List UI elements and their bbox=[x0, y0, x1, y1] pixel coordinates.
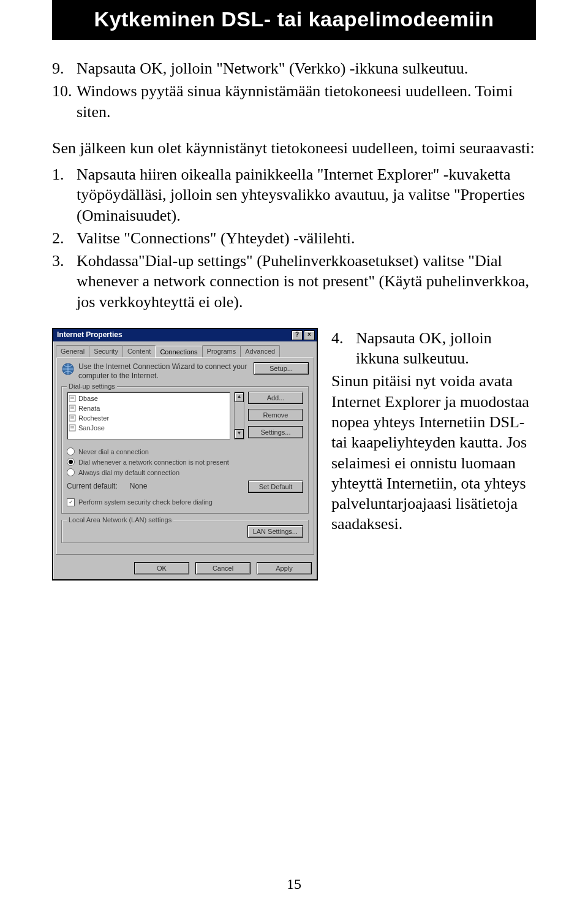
connection-icon bbox=[69, 414, 76, 422]
dialup-list[interactable]: Dbase Renata Rochester SanJose bbox=[67, 392, 230, 440]
checkbox-icon: ✓ bbox=[67, 498, 75, 506]
dialog-title: Internet Properties bbox=[57, 330, 123, 340]
apply-button[interactable]: Apply bbox=[257, 562, 312, 574]
after-restart-intro: Sen jälkeen kun olet käynnistänyt tietok… bbox=[52, 138, 536, 158]
list-item-label: Dbase bbox=[78, 394, 98, 403]
list-item[interactable]: SanJose bbox=[69, 423, 228, 433]
connection-icon bbox=[69, 405, 76, 412]
substep-3: 3. Kohdassa"Dial-up settings" (Puhelinve… bbox=[77, 251, 536, 312]
substep-1: 1. Napsauta hiiren oikealla painikkeella… bbox=[77, 164, 536, 226]
list-item[interactable]: Renata bbox=[69, 403, 228, 413]
settings-button[interactable]: Settings... bbox=[248, 426, 303, 438]
tab-advanced[interactable]: Advanced bbox=[240, 345, 280, 357]
list-item[interactable]: Dbase bbox=[69, 394, 228, 403]
substep-2: 2. Valitse "Connections" (Yhteydet) -väl… bbox=[77, 228, 536, 248]
cancel-button[interactable]: Cancel bbox=[195, 562, 251, 574]
connection-icon bbox=[69, 424, 76, 432]
step-10: 10. Windows pyytää sinua käynnistämään t… bbox=[77, 81, 536, 122]
substep-4-number: 4. bbox=[331, 328, 344, 348]
page-heading-banner: Kytkeminen DSL- tai kaapelimodeemiin bbox=[52, 0, 536, 40]
substep-3-text: Kohdassa"Dial-up settings" (Puhelinverkk… bbox=[77, 252, 529, 311]
step-9: 9. Napsauta OK, jolloin "Network" (Verkk… bbox=[77, 58, 536, 78]
tab-general[interactable]: General bbox=[56, 345, 89, 357]
wizard-text: Use the Internet Connection Wizard to co… bbox=[78, 362, 250, 381]
scroll-up-icon[interactable]: ▲ bbox=[235, 392, 244, 402]
set-default-button[interactable]: Set Default bbox=[248, 481, 303, 493]
radio-always-dial[interactable]: Always dial my default connection bbox=[67, 468, 303, 477]
remove-button[interactable]: Remove bbox=[248, 409, 303, 421]
checkbox-label: Perform system security check before dia… bbox=[78, 498, 213, 506]
globe-icon bbox=[61, 362, 75, 376]
step-9-number: 9. bbox=[52, 58, 64, 78]
substep-1-text: Napsauta hiiren oikealla painikkeella "I… bbox=[77, 166, 525, 224]
list-item-label: Renata bbox=[78, 404, 100, 413]
radio-never-dial[interactable]: Never dial a connection bbox=[67, 447, 303, 456]
substep-2-text: Valitse "Connections" (Yhteydet) -välile… bbox=[77, 229, 355, 247]
lan-settings-group: Local Area Network (LAN) settings LAN Se… bbox=[61, 520, 309, 543]
substep-4-text: Napsauta OK, jolloin ikkuna sulkeutuu. bbox=[356, 329, 492, 367]
radio-label: Always dial my default connection bbox=[78, 468, 179, 477]
help-button[interactable]: ? bbox=[292, 330, 303, 340]
current-default-label: Current default: bbox=[67, 482, 118, 491]
scroll-down-icon[interactable]: ▼ bbox=[235, 429, 244, 439]
step-9-text: Napsauta OK, jolloin "Network" (Verkko) … bbox=[77, 59, 468, 77]
page-number: 15 bbox=[0, 876, 588, 893]
radio-icon bbox=[67, 458, 75, 466]
current-default-value: None bbox=[130, 482, 148, 491]
radio-icon bbox=[67, 447, 75, 455]
substep-2-number: 2. bbox=[52, 228, 64, 248]
dialup-settings-label: Dial-up settings bbox=[67, 382, 117, 390]
close-button[interactable]: × bbox=[304, 330, 315, 340]
radio-icon bbox=[67, 468, 75, 476]
ok-button[interactable]: OK bbox=[134, 562, 189, 574]
dialup-settings-group: Dial-up settings Dbase Renata Rochester … bbox=[61, 386, 309, 514]
step-10-number: 10. bbox=[52, 81, 72, 101]
radio-dial-when-no-net[interactable]: Dial whenever a network connection is no… bbox=[67, 458, 303, 466]
dialog-titlebar[interactable]: Internet Properties ? × bbox=[53, 329, 317, 341]
substep-4: 4. Napsauta OK, jolloin ikkuna sulkeutuu… bbox=[331, 328, 536, 369]
lan-settings-button[interactable]: LAN Settings... bbox=[247, 525, 303, 538]
setup-button[interactable]: Setup... bbox=[254, 362, 309, 375]
radio-label: Never dial a connection bbox=[78, 447, 149, 456]
tab-connections[interactable]: Connections bbox=[155, 346, 202, 357]
connection-icon bbox=[69, 395, 76, 402]
radio-label: Dial whenever a network connection is no… bbox=[78, 458, 229, 466]
closing-paragraph: Sinun pitäisi nyt voida avata Internet E… bbox=[331, 371, 536, 534]
tab-programs[interactable]: Programs bbox=[202, 345, 241, 357]
list-item[interactable]: Rochester bbox=[69, 413, 228, 423]
list-item-label: Rochester bbox=[78, 414, 109, 422]
tab-content[interactable]: Content bbox=[123, 345, 156, 357]
security-check-checkbox[interactable]: ✓Perform system security check before di… bbox=[67, 498, 303, 506]
add-button[interactable]: Add... bbox=[248, 392, 303, 404]
step-10-text: Windows pyytää sinua käynnistämään tieto… bbox=[77, 82, 513, 120]
tab-security[interactable]: Security bbox=[89, 345, 123, 357]
substep-3-number: 3. bbox=[52, 251, 64, 271]
scrollbar[interactable]: ▲ ▼ bbox=[234, 392, 244, 440]
lan-settings-label: Local Area Network (LAN) settings bbox=[67, 516, 173, 524]
substep-1-number: 1. bbox=[52, 164, 64, 185]
list-item-label: SanJose bbox=[78, 424, 105, 432]
internet-properties-dialog: Internet Properties ? × General Security… bbox=[52, 328, 318, 581]
